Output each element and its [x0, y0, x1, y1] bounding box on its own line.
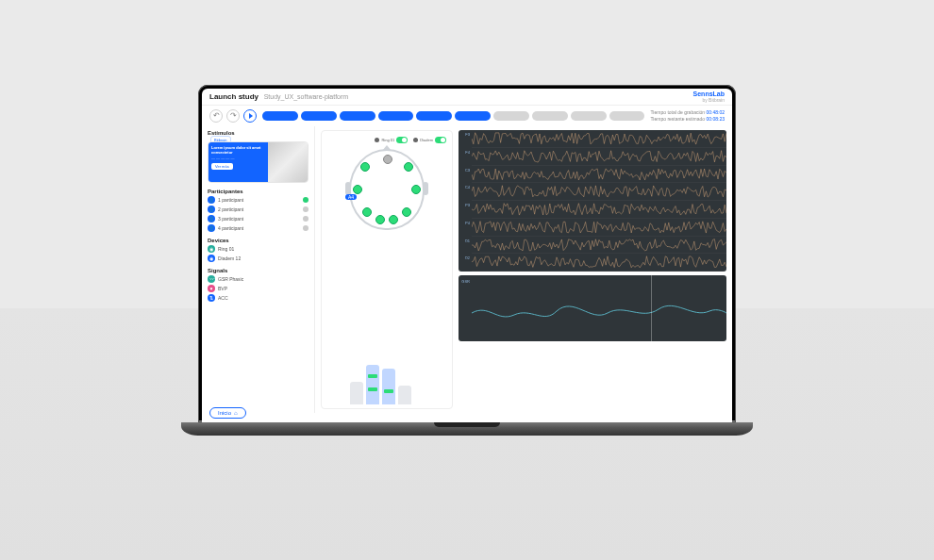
eeg-trace — [472, 237, 726, 254]
home-label: Inicio — [218, 410, 231, 416]
gsr-trace — [472, 275, 726, 341]
timeline-segment[interactable] — [609, 111, 645, 121]
status-badge — [303, 197, 309, 203]
device-label: Diadem 12 — [218, 255, 241, 261]
eeg-row: O2 — [472, 254, 726, 272]
eeg-plot[interactable]: F3F4C3C4P3P4O1O2 — [459, 130, 726, 272]
user-icon: 👤 — [208, 224, 215, 232]
electrode[interactable] — [362, 207, 372, 217]
footer: Inicio ⌂ — [209, 407, 246, 419]
eeg-row: C4 — [472, 183, 726, 201]
electrode[interactable] — [411, 185, 421, 194]
playhead-line — [651, 275, 652, 341]
electrode[interactable] — [383, 155, 392, 164]
status-badge — [303, 206, 309, 212]
ear-left-icon — [345, 182, 351, 195]
sidebar: Estímulos Bitbrain Lorem ipsum dolor sit… — [202, 126, 315, 413]
legend-item: Ring 01 — [375, 137, 408, 143]
electrode[interactable] — [404, 162, 413, 172]
title-main: Launch study — [209, 92, 259, 101]
user-icon: 👤 — [208, 206, 215, 213]
legend-label: Diadem — [420, 138, 433, 142]
signals-title: Signals — [208, 268, 309, 273]
status-badge — [303, 216, 309, 222]
time-value-1: 00:48:02 — [707, 109, 725, 115]
timeline-segment[interactable] — [378, 111, 414, 121]
stimulus-text-area: Lorem ipsum dolor sit amet consectetur —… — [208, 142, 268, 182]
head-outline: A4 — [349, 149, 425, 230]
brand-logo: SennsLab by Bitbrain — [693, 91, 725, 103]
eeg-row: F3 — [472, 130, 726, 148]
list-item[interactable]: 👤3 participant — [208, 215, 309, 222]
list-item[interactable]: 〰GSR Phasic — [208, 275, 309, 283]
list-item[interactable]: 👤4 participant — [208, 224, 309, 232]
timeline-segment[interactable] — [340, 111, 375, 121]
eeg-row: C3 — [472, 166, 726, 184]
eeg-trace — [472, 130, 726, 147]
signal-label: BVP — [218, 286, 227, 291]
ear-right-icon — [423, 182, 428, 195]
time-label-1: Tiempo total de grabación — [651, 109, 706, 115]
list-item[interactable]: 👤1 participant — [208, 196, 309, 204]
title-sub: Study_UX_software-platform — [264, 93, 348, 100]
eeg-row: F4 — [472, 148, 726, 166]
electrode-map: Ring 01 Diadem — [321, 130, 453, 409]
devices-title: Devices — [208, 238, 309, 243]
list-item[interactable]: 👤2 participant — [208, 206, 309, 213]
user-icon: 👤 — [208, 196, 215, 204]
timeline-segment[interactable] — [571, 111, 607, 121]
electrode[interactable] — [360, 162, 370, 172]
signals-list: 〰GSR Phasic ♥BVP ⇅ACC — [208, 275, 309, 302]
stimulus-card[interactable]: Lorem ipsum dolor sit amet consectetur —… — [208, 141, 309, 183]
devices-list: ◉Ring 01 ◉Diadem 12 — [208, 245, 309, 262]
timeline[interactable] — [262, 111, 645, 121]
toggle-diadem[interactable] — [435, 137, 446, 143]
forward-icon: ↷ — [230, 112, 237, 120]
toolbar: ↶ ↷ — [202, 106, 732, 126]
playback-buttons: ↶ ↷ — [209, 109, 257, 123]
list-item[interactable]: ◉Diadem 12 — [208, 255, 309, 262]
time-info: Tiempo total de grabación 00:48:02 Tiemp… — [651, 109, 726, 123]
gsr-plot[interactable]: GSR — [459, 275, 726, 341]
eeg-channel-label: F3 — [459, 132, 470, 137]
eeg-channel-label: O2 — [459, 255, 470, 260]
bar-marker — [368, 374, 377, 378]
timeline-segment[interactable] — [493, 111, 529, 121]
legend-dot-icon — [375, 138, 379, 142]
nose-icon — [382, 145, 392, 151]
list-item[interactable]: ⇅ACC — [208, 294, 309, 302]
list-item[interactable]: ♥BVP — [208, 285, 309, 292]
electrode[interactable] — [353, 185, 362, 194]
timeline-segment[interactable] — [532, 111, 568, 121]
signal-label: GSR Phasic — [218, 276, 243, 282]
forward-button[interactable]: ↷ — [226, 109, 240, 123]
app-header: Launch study Study_UX_software-platform … — [202, 89, 732, 106]
timeline-segment[interactable] — [416, 111, 452, 121]
electrode[interactable] — [389, 215, 398, 224]
stimulus-cta[interactable]: Ver más — [211, 163, 233, 170]
user-icon: 👤 — [208, 215, 215, 222]
brand-name: SennsLab — [693, 91, 725, 97]
bar-marker — [384, 389, 393, 393]
gsr-label: GSR — [459, 279, 470, 284]
home-icon: ⌂ — [234, 410, 238, 416]
electrode[interactable] — [375, 215, 385, 224]
status-badge — [303, 225, 309, 231]
eeg-channel-label: F4 — [459, 150, 470, 155]
participant-label: 1 participant — [218, 197, 243, 203]
play-button[interactable] — [243, 109, 257, 123]
home-button[interactable]: Inicio ⌂ — [209, 407, 246, 419]
timeline-segment[interactable] — [455, 111, 491, 121]
bar — [366, 365, 379, 404]
electrode[interactable] — [402, 207, 411, 217]
rewind-button[interactable]: ↶ — [209, 109, 223, 123]
eeg-channel-label: P4 — [459, 221, 470, 225]
timeline-segment[interactable] — [301, 111, 337, 121]
play-icon — [249, 113, 253, 119]
toggle-ring[interactable] — [396, 137, 408, 143]
time-value-2: 00:08:23 — [707, 116, 725, 122]
signal-label: ACC — [218, 295, 228, 301]
list-item[interactable]: ◉Ring 01 — [208, 245, 309, 253]
timeline-segment[interactable] — [262, 111, 298, 121]
bar-marker — [368, 387, 377, 391]
